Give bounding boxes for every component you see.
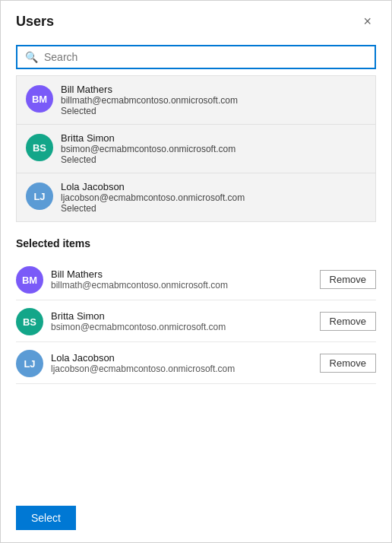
selected-user-email: ljacobson@ecmabmcontoso.onmicrosoft.com [51, 364, 320, 374]
user-list-item[interactable]: LJ Lola Jacobson ljacobson@ecmabmcontoso… [17, 173, 375, 221]
avatar: BS [16, 308, 43, 335]
close-button[interactable]: × [359, 13, 376, 30]
user-name: Lola Jacobson [61, 181, 245, 192]
selected-user-name: Britta Simon [51, 310, 320, 322]
search-input[interactable] [44, 51, 367, 63]
avatar: BM [26, 85, 53, 113]
user-email: bsimon@ecmabmcontoso.onmicrosoft.com [61, 144, 236, 154]
selected-user-info: Britta Simon bsimon@ecmabmcontoso.onmicr… [51, 310, 320, 332]
selected-user-email: bsimon@ecmabmcontoso.onmicrosoft.com [51, 322, 320, 332]
remove-button[interactable]: Remove [320, 270, 376, 289]
selected-item: BS Britta Simon bsimon@ecmabmcontoso.onm… [16, 300, 376, 342]
remove-button[interactable]: Remove [320, 312, 376, 331]
user-name: Bill Mathers [61, 84, 238, 95]
user-email: billmath@ecmabmcontoso.onmicrosoft.com [61, 95, 238, 106]
selected-user-info: Bill Mathers billmath@ecmabmcontoso.onmi… [51, 268, 320, 291]
selected-item: LJ Lola Jacobson ljacobson@ecmabmcontoso… [16, 342, 376, 384]
selected-user-email: billmath@ecmabmcontoso.onmicrosoft.com [51, 280, 320, 291]
search-icon: 🔍 [25, 51, 38, 63]
search-container: 🔍 [16, 45, 376, 69]
avatar: LJ [16, 350, 43, 377]
selected-user-info: Lola Jacobson ljacobson@ecmabmcontoso.on… [51, 352, 320, 374]
selected-item: BM Bill Mathers billmath@ecmabmcontoso.o… [16, 259, 376, 300]
avatar: BS [26, 134, 53, 161]
user-dropdown-list: BM Bill Mathers billmath@ecmabmcontoso.o… [16, 75, 376, 222]
selected-items-list: BM Bill Mathers billmath@ecmabmcontoso.o… [16, 259, 376, 494]
user-list-item[interactable]: BS Britta Simon bsimon@ecmabmcontoso.onm… [17, 125, 375, 173]
user-name: Britta Simon [61, 132, 236, 144]
dialog-title: Users [16, 14, 54, 30]
user-email: ljacobson@ecmabmcontoso.onmicrosoft.com [61, 192, 245, 203]
user-info: Lola Jacobson ljacobson@ecmabmcontoso.on… [61, 181, 245, 214]
remove-button[interactable]: Remove [320, 354, 376, 373]
user-status: Selected [61, 154, 236, 165]
dialog-header: Users × [1, 1, 391, 37]
avatar: BM [16, 266, 43, 294]
user-status: Selected [61, 203, 245, 214]
selected-user-name: Bill Mathers [51, 268, 320, 280]
user-list-item[interactable]: BM Bill Mathers billmath@ecmabmcontoso.o… [17, 76, 375, 125]
dialog-footer: Select [1, 494, 391, 542]
user-info: Bill Mathers billmath@ecmabmcontoso.onmi… [61, 84, 238, 116]
user-status: Selected [61, 106, 238, 116]
users-dialog: Users × 🔍 BM Bill Mathers billmath@ecmab… [0, 0, 392, 543]
avatar: LJ [26, 183, 53, 210]
dialog-body: 🔍 BM Bill Mathers billmath@ecmabmcontoso… [1, 37, 391, 494]
selected-user-name: Lola Jacobson [51, 352, 320, 364]
user-info: Britta Simon bsimon@ecmabmcontoso.onmicr… [61, 132, 236, 165]
selected-items-title: Selected items [16, 237, 376, 249]
select-button[interactable]: Select [16, 506, 76, 530]
